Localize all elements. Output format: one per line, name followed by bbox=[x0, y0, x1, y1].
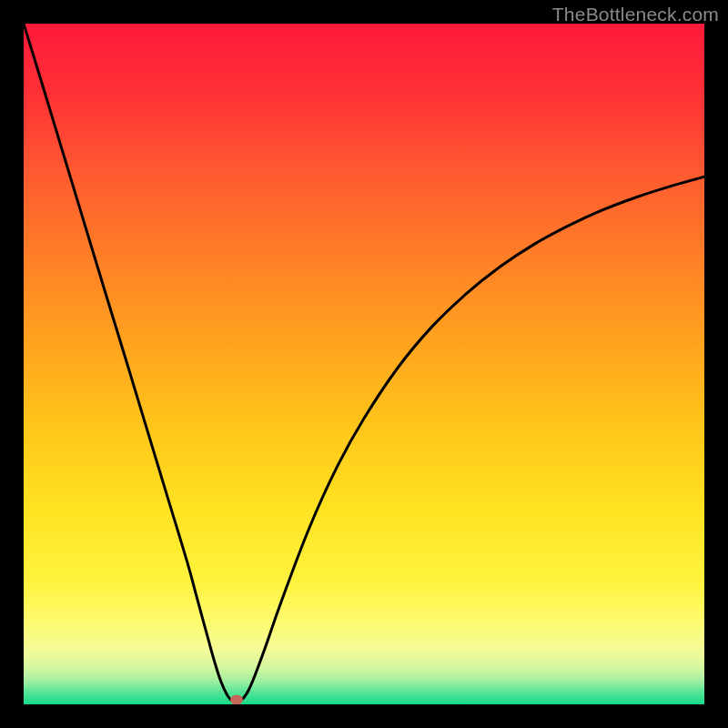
chart-frame: TheBottleneck.com bbox=[0, 0, 728, 728]
bottleneck-curve bbox=[24, 24, 704, 704]
plot-area bbox=[24, 24, 704, 704]
optimal-point-marker bbox=[230, 694, 243, 704]
watermark: TheBottleneck.com bbox=[552, 4, 719, 25]
